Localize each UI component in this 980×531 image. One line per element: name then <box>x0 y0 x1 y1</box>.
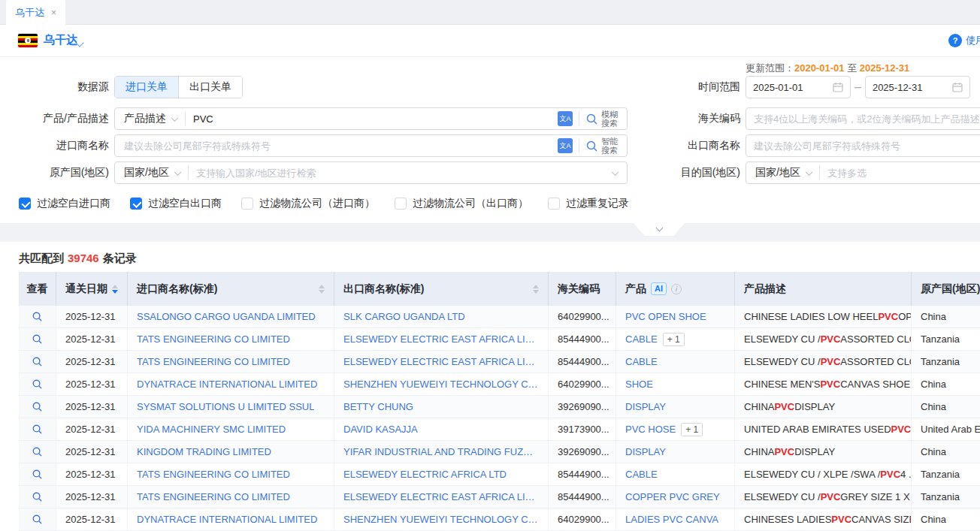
importer-link[interactable]: DYNATRACE INTERNATIONAL LIMITED <box>137 379 317 390</box>
tab-import-customs[interactable]: 进口关单 <box>115 77 178 98</box>
exporter-link[interactable]: ELSEWEDY ELECTRIC EAST AFRICA LIMTED <box>343 491 539 502</box>
exporter-link[interactable]: SLK CARGO UGANDA LTD <box>343 311 465 322</box>
checkbox-filter-blank-importer[interactable]: 过滤空白进口商 <box>19 197 110 210</box>
keyword-highlight: PVC <box>821 491 841 502</box>
checkbox-filter-logistics-exporter[interactable]: 过滤物流公司（出口商） <box>395 197 528 210</box>
collapse-filters-button[interactable] <box>634 223 685 236</box>
product-link[interactable]: LADIES PVC CANVA <box>625 514 718 525</box>
destination-country-box: 国家/地区 <box>746 161 980 184</box>
checkbox-checked-icon <box>19 198 31 210</box>
product-field-select[interactable]: 产品描述 <box>115 112 185 125</box>
hs-code-cell: 85444900... <box>549 351 616 373</box>
checkbox-filter-logistics-importer[interactable]: 过滤物流公司（进口商） <box>241 197 375 210</box>
product-link[interactable]: CABLE <box>625 333 658 345</box>
translate-icon[interactable]: 文A <box>558 138 573 153</box>
product-link[interactable]: PVC OPEN SHOE <box>625 311 706 322</box>
help-icon: ? <box>948 34 962 47</box>
clearance-date: 2025-12-31 <box>56 463 128 485</box>
view-record-button[interactable] <box>19 396 56 418</box>
magnifier-icon <box>32 514 43 525</box>
destination-scope-select[interactable]: 国家/地区 <box>746 166 819 180</box>
date-to-input[interactable]: 2025-12-31 <box>865 76 970 98</box>
importer-link[interactable]: SSALONGO CARGO UGANDA LIMITED <box>137 311 316 322</box>
clearance-date: 2025-12-31 <box>56 418 128 440</box>
importer-link[interactable]: TATS ENGINEERING CO LIMITED <box>137 333 290 345</box>
view-record-button[interactable] <box>19 328 56 350</box>
exporter-link[interactable]: ELSEWEDY ELECTRIC EAST AFRICA LIMTED <box>343 356 539 367</box>
importer-link[interactable]: YIDA MACHINERY SMC LIMITED <box>137 424 286 435</box>
product-search-box: 产品描述 文A 模糊搜索 <box>114 107 628 130</box>
importer-link[interactable]: KINGDOM TRADING LIMITED <box>137 446 271 457</box>
keyword-highlight: PVC <box>831 514 851 525</box>
product-description-cell: CHINA PVC DISPLAY <box>735 396 912 418</box>
tab-close-icon[interactable]: × <box>51 8 56 18</box>
hs-code-input[interactable] <box>746 107 980 130</box>
product-link[interactable]: CABLE <box>625 469 658 480</box>
product-link[interactable]: COPPER PVC GREY <box>625 491 720 502</box>
clearance-date: 2025-12-31 <box>56 441 128 463</box>
origin-country-label: 原产国(地区) <box>0 166 109 180</box>
exporter-link[interactable]: DAVID KASAJJA <box>343 424 418 435</box>
exporter-link[interactable]: ELSEWEDY ELECTRIC AFRICA LTD <box>343 469 507 480</box>
exporter-link[interactable]: BETTY CHUNG <box>343 401 413 412</box>
origin-country-cell: United Arab Emirates <box>912 418 980 440</box>
more-products-badge[interactable]: + 1 <box>663 333 685 346</box>
exporter-link[interactable]: ELSEWEDY ELECTRIC EAST AFRICA LIMTED <box>343 333 539 345</box>
importer-link[interactable]: TATS ENGINEERING CO LIMITED <box>137 469 290 480</box>
info-icon[interactable]: i <box>671 284 682 294</box>
exporter-input[interactable] <box>746 134 980 157</box>
view-record-button[interactable] <box>19 351 56 373</box>
destination-country-input[interactable] <box>820 167 980 179</box>
keyword-highlight: PVC <box>878 311 898 322</box>
update-range: 更新范围：2020-01-01 至 2025-12-31 <box>746 62 909 75</box>
checkbox-filter-blank-exporter[interactable]: 过滤空白出口商 <box>130 197 222 210</box>
view-record-button[interactable] <box>19 441 56 463</box>
more-products-badge[interactable]: + 1 <box>681 423 703 436</box>
origin-scope-select[interactable]: 国家/地区 <box>115 166 188 180</box>
importer-label: 进口商名称 <box>0 139 109 152</box>
product-link[interactable]: DISPLAY <box>625 401 666 412</box>
exporter-link[interactable]: SHENZHEN YUEWEIYI TECHNOLOGY CO LTD <box>343 514 539 525</box>
product-link[interactable]: CABLE <box>625 356 658 367</box>
importer-link[interactable]: DYNATRACE INTERNATIONAL LIMITED <box>137 514 317 525</box>
clearance-date: 2025-12-31 <box>56 373 128 395</box>
origin-country-box: 国家/地区 <box>114 161 628 184</box>
keyword-highlight: PVC <box>821 333 841 345</box>
origin-country-input[interactable] <box>189 167 612 179</box>
product-input[interactable] <box>186 113 552 125</box>
page-header: 乌干达 ? 使用 <box>0 25 980 56</box>
product-description-cell: ELSEWEDY CU / PVC ASSORTED CLO... <box>735 351 912 373</box>
importer-link[interactable]: TATS ENGINEERING CO LIMITED <box>137 356 290 367</box>
importer-input[interactable] <box>115 140 552 152</box>
importer-link[interactable]: SYSMAT SOLUTIONS U LIMITED SSUL <box>137 401 314 412</box>
tab-export-customs[interactable]: 出口关单 <box>178 77 242 98</box>
tab-uganda[interactable]: 乌干达 × <box>6 0 65 25</box>
view-record-button[interactable] <box>19 508 56 530</box>
translate-icon[interactable]: 文A <box>558 111 573 126</box>
product-description-cell: ELSEWEDY CU /PVC GREY SIZE 1 X 4... <box>735 486 912 508</box>
checkbox-checked-icon <box>130 198 142 210</box>
product-link[interactable]: SHOE <box>625 379 653 390</box>
checkbox-unchecked-icon <box>395 198 407 210</box>
product-link[interactable]: DISPLAY <box>625 446 666 457</box>
magnifier-icon <box>32 446 43 457</box>
header-exporter-sort[interactable]: 出口商名称(标准) <box>334 272 549 306</box>
sort-caret-icon <box>112 285 118 294</box>
importer-link[interactable]: TATS ENGINEERING CO LIMITED <box>137 491 290 502</box>
results-table: 查看 通关日期 进口商名称(标准) 出口商名称(标准) 海关编码 产品 AI <box>19 272 980 531</box>
help-link[interactable]: ? 使用 <box>948 34 980 47</box>
table-row: 2025-12-31 TATS ENGINEERING CO LIMITED E… <box>19 486 980 508</box>
header-importer-sort[interactable]: 进口商名称(标准) <box>128 272 334 306</box>
view-record-button[interactable] <box>19 373 56 395</box>
view-record-button[interactable] <box>19 486 56 508</box>
product-link[interactable]: PVC HOSE <box>625 424 676 435</box>
checkbox-filter-duplicates[interactable]: 过滤重复记录 <box>548 197 629 210</box>
header-date-sort[interactable]: 通关日期 <box>56 272 128 306</box>
view-record-button[interactable] <box>19 463 56 485</box>
view-record-button[interactable] <box>19 418 56 440</box>
exporter-link[interactable]: YIFAR INDUSTRIAL AND TRADING FUZHOU... <box>343 446 539 457</box>
view-record-button[interactable] <box>19 306 56 327</box>
date-from-input[interactable]: 2025-01-01 <box>746 76 851 98</box>
magnifier-icon <box>32 356 43 367</box>
exporter-link[interactable]: SHENZHEN YUEWEIYI TECHNOLOGY CO LTD <box>343 379 539 390</box>
